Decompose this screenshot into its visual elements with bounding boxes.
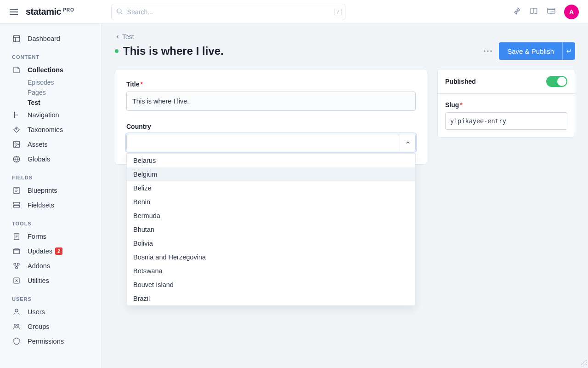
nav-globals[interactable]: Globals	[0, 152, 102, 167]
updates-icon	[12, 247, 21, 255]
country-option[interactable]: Bermuda	[127, 209, 415, 223]
section-users: USERS	[0, 288, 102, 305]
country-option[interactable]: Botswana	[127, 264, 415, 278]
status-dot	[115, 49, 119, 53]
published-toggle[interactable]	[546, 76, 567, 87]
country-option[interactable]: Belgium	[127, 167, 415, 181]
nav-label: Assets	[28, 141, 48, 148]
nav-label: Permissions	[28, 338, 64, 345]
nav-taxonomies[interactable]: Taxonomies	[0, 122, 102, 137]
search-shortcut-hint: /	[334, 8, 342, 16]
svg-point-22	[487, 50, 489, 52]
field-title: Title*	[126, 80, 416, 111]
menu-toggle[interactable]	[6, 4, 22, 20]
nav-updates[interactable]: Updates 2	[0, 244, 102, 259]
svg-rect-9	[14, 187, 19, 194]
nav-permissions[interactable]: Permissions	[0, 334, 102, 349]
nav-label: Blueprints	[28, 187, 57, 194]
avatar-initial: A	[569, 8, 574, 16]
main-form-card: Title* Country BelarusBelgiumBelizeBen	[115, 69, 427, 165]
country-option[interactable]: Bolivia	[127, 236, 415, 250]
nav-label: Collections	[28, 66, 63, 74]
nav-navigation[interactable]: Navigation	[0, 108, 102, 122]
country-input[interactable]	[127, 134, 400, 151]
publish-sidebar: Published Slug*	[437, 69, 575, 138]
users-icon	[12, 308, 21, 316]
globals-icon	[12, 155, 21, 163]
toggle-knob	[557, 77, 566, 86]
nav-groups[interactable]: Groups	[0, 319, 102, 334]
nav-fieldsets[interactable]: Fieldsets	[0, 198, 102, 213]
svg-point-0	[117, 9, 121, 13]
site-icon[interactable]: .com	[547, 7, 556, 16]
nav-collections-pages[interactable]: Pages	[0, 87, 102, 98]
nav-dashboard[interactable]: Dashboard	[0, 31, 102, 46]
svg-rect-11	[13, 206, 20, 207]
nav-collections-episodes[interactable]: Episodes	[0, 77, 102, 87]
topbar: statamic PRO / .com A	[0, 0, 588, 24]
search-icon	[116, 7, 123, 16]
field-country: Country BelarusBelgiumBelizeBeninBermuda…	[126, 123, 416, 151]
country-option[interactable]: Benin	[127, 195, 415, 209]
save-publish-button[interactable]: Save & Publish ↵	[499, 42, 575, 60]
page-title: This is where I live.	[123, 45, 224, 58]
avatar[interactable]: A	[564, 5, 579, 19]
nav-label: Dashboard	[28, 35, 60, 42]
nav-forms[interactable]: Forms	[0, 229, 102, 244]
section-content: CONTENT	[0, 46, 102, 63]
breadcrumb[interactable]: Test	[115, 33, 575, 40]
country-dropdown[interactable]: BelarusBelgiumBelizeBeninBermudaBhutanBo…	[126, 153, 416, 306]
nav-label: Forms	[28, 233, 46, 240]
nav-label: Groups	[28, 323, 50, 330]
brand-edition: PRO	[63, 7, 74, 12]
published-label: Published	[445, 78, 476, 85]
forms-icon	[12, 232, 21, 241]
taxonomies-icon	[12, 126, 21, 134]
nav-label: Globals	[28, 155, 50, 163]
nav-collections-test[interactable]: Test	[0, 98, 102, 108]
topbar-actions: .com A	[513, 5, 582, 19]
svg-point-7	[15, 143, 16, 144]
svg-rect-10	[13, 202, 20, 204]
nav-collections[interactable]: Collections	[0, 63, 102, 77]
addons-icon	[12, 262, 21, 270]
search-input[interactable]	[111, 4, 345, 20]
nav-addons[interactable]: Addons	[0, 259, 102, 273]
title-input[interactable]	[126, 92, 416, 111]
nav-blueprints[interactable]: Blueprints	[0, 183, 102, 198]
docs-icon[interactable]	[529, 7, 538, 17]
svg-point-18	[15, 309, 18, 312]
country-option[interactable]: Belarus	[127, 154, 415, 167]
more-actions-button[interactable]	[481, 45, 494, 58]
save-publish-label: Save & Publish	[499, 42, 562, 60]
slug-input[interactable]	[445, 112, 567, 130]
nav-users[interactable]: Users	[0, 305, 102, 319]
pin-icon[interactable]	[513, 7, 521, 17]
published-row: Published	[438, 69, 575, 94]
country-option[interactable]: Brazil	[127, 292, 415, 305]
blueprints-icon	[12, 186, 21, 195]
country-option[interactable]: Bhutan	[127, 223, 415, 236]
permissions-icon	[12, 337, 21, 345]
country-option[interactable]: Bosnia and Herzegovina	[127, 250, 415, 264]
nav-assets[interactable]: Assets	[0, 137, 102, 152]
global-search: /	[111, 4, 345, 20]
hamburger-icon	[10, 9, 18, 15]
chevron-up-icon	[405, 140, 411, 145]
nav-utilities[interactable]: Utilities	[0, 273, 102, 288]
nav-label: Fieldsets	[28, 201, 54, 209]
country-option[interactable]: Belize	[127, 181, 415, 195]
country-label: Country	[126, 123, 416, 130]
nav-label: Updates	[28, 247, 52, 255]
fieldsets-icon	[12, 201, 21, 209]
country-option[interactable]: Bouvet Island	[127, 278, 415, 292]
country-toggle[interactable]	[400, 134, 415, 151]
nav-label: Taxonomies	[28, 126, 63, 133]
brand-name: statamic	[26, 6, 61, 17]
required-marker: *	[460, 101, 462, 109]
nav-label: Navigation	[28, 111, 59, 119]
utilities-icon	[12, 276, 21, 285]
brand[interactable]: statamic PRO	[26, 6, 74, 17]
navigation-icon	[12, 111, 21, 119]
nav-label: Users	[28, 308, 45, 316]
